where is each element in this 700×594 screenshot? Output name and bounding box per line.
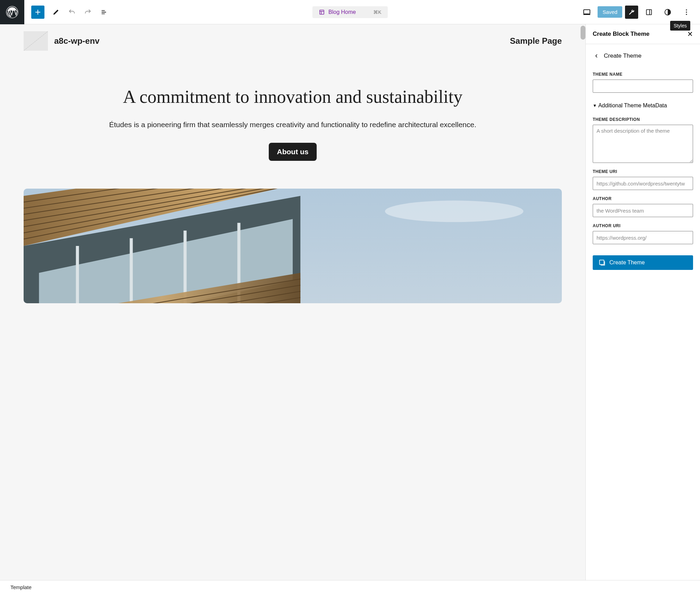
editor-canvas[interactable]: a8c-wp-env Sample Page A commitment to i… [0, 24, 585, 580]
chevron-left-icon [594, 53, 599, 58]
site-header-block[interactable]: a8c-wp-env Sample Page [0, 24, 585, 51]
redo-icon[interactable] [80, 4, 96, 20]
settings-sidebar-icon[interactable] [641, 4, 657, 20]
theme-name-label: THEME NAME [593, 72, 693, 77]
undo-icon[interactable] [64, 4, 80, 20]
styles-icon[interactable] [660, 4, 676, 20]
theme-uri-input[interactable] [593, 177, 693, 190]
site-title[interactable]: a8c-wp-env [54, 36, 100, 46]
shortcut-hint: ⌘K [373, 9, 381, 15]
panel-form: THEME NAME ▼ Additional Theme MetaData T… [586, 63, 700, 278]
svg-point-6 [686, 9, 687, 10]
theme-icon [598, 259, 606, 266]
tools-button[interactable] [625, 6, 638, 19]
theme-name-input[interactable] [593, 80, 693, 93]
edit-tool-icon[interactable] [48, 4, 64, 20]
hero-cta-button[interactable]: About us [269, 143, 317, 161]
author-uri-label: AUTHOR URI [593, 223, 693, 228]
list-view-icon[interactable] [96, 4, 112, 20]
wrench-icon [628, 9, 635, 16]
styles-tooltip: Styles [670, 21, 690, 31]
author-uri-input[interactable] [593, 231, 693, 244]
svg-rect-4 [647, 9, 652, 15]
wordpress-logo[interactable] [0, 0, 24, 24]
create-theme-button-label: Create Theme [609, 259, 645, 266]
hero-block[interactable]: A commitment to innovation and sustainab… [0, 51, 585, 175]
theme-uri-label: THEME URI [593, 169, 693, 174]
hero-paragraph[interactable]: Études is a pioneering firm that seamles… [28, 119, 558, 130]
metadata-label: Additional Theme MetaData [598, 102, 667, 109]
site-logo-placeholder[interactable] [24, 31, 48, 51]
svg-rect-2 [320, 10, 324, 14]
svg-rect-35 [600, 260, 604, 265]
author-label: AUTHOR [593, 196, 693, 201]
document-switcher[interactable]: Blog Home ⌘K [312, 6, 388, 18]
svg-rect-3 [584, 10, 590, 14]
svg-point-8 [686, 14, 687, 15]
view-desktop-icon[interactable] [579, 4, 595, 20]
block-inserter-button[interactable] [31, 6, 44, 19]
disclosure-triangle-icon: ▼ [593, 103, 597, 108]
hero-image[interactable] [24, 189, 562, 303]
save-button[interactable]: Saved [598, 6, 622, 18]
author-input[interactable] [593, 204, 693, 217]
create-theme-button[interactable]: Create Theme [593, 255, 693, 270]
panel-title: Create Block Theme [593, 31, 649, 38]
back-button[interactable]: Create Theme [586, 44, 700, 63]
options-menu-icon[interactable] [678, 4, 694, 20]
svg-point-11 [385, 200, 524, 222]
breadcrumb-template[interactable]: Template [10, 584, 32, 590]
nav-link-sample-page[interactable]: Sample Page [510, 36, 562, 46]
topbar: Blog Home ⌘K Saved Styles [0, 0, 700, 24]
workspace: a8c-wp-env Sample Page A commitment to i… [0, 24, 700, 580]
canvas-area: a8c-wp-env Sample Page A commitment to i… [0, 24, 585, 580]
footer-breadcrumb-bar: Template [0, 580, 700, 594]
svg-point-7 [686, 11, 687, 13]
create-block-theme-panel: Create Block Theme ✕ Create Theme THEME … [585, 24, 700, 580]
template-icon [319, 9, 325, 15]
back-label: Create Theme [604, 52, 641, 59]
theme-description-input[interactable] [593, 125, 693, 163]
document-title: Blog Home [328, 9, 356, 15]
theme-description-label: THEME DESCRIPTION [593, 117, 693, 122]
vertical-scrollbar[interactable] [581, 26, 585, 40]
metadata-disclosure[interactable]: ▼ Additional Theme MetaData [593, 102, 693, 109]
close-icon[interactable]: ✕ [687, 31, 693, 38]
hero-heading[interactable]: A commitment to innovation and sustainab… [28, 85, 558, 108]
